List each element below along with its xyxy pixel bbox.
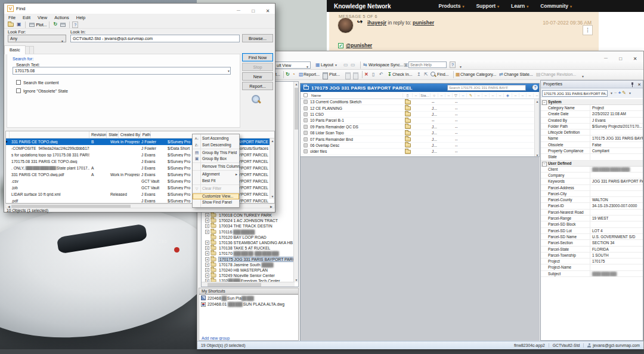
property-row[interactable]: Parcel-SD Name U.S. GOVERNMENT S/D [541,234,643,240]
file-row[interactable]: older files J... -- [301,149,539,155]
undo-icon[interactable]: ↶ [379,71,383,78]
tree-item[interactable]: 170138 TAKE 5 AT RUCKEL [202,245,298,251]
tree-item[interactable]: 170116 ███ ██████ [202,229,298,235]
row-checkbox[interactable] [301,137,310,141]
expand-icon[interactable] [205,246,209,250]
results-column-header[interactable]: Path [141,131,151,138]
property-row[interactable]: Category Name Project [541,105,643,111]
pane-help-icon[interactable]: ? [532,85,538,90]
change-state-button[interactable]: Change State... [504,71,533,78]
context-menu-item[interactable]: Clear Filter [193,186,239,193]
file-row[interactable]: 08 Lidar Scan Topo J... -- [301,130,539,136]
context-menu-item[interactable]: Customize View... [193,193,239,200]
section-user-defined[interactable]: User Defined [541,161,643,167]
column-header[interactable]: – [490,93,497,97]
results-column-header[interactable]: Created By [119,131,141,138]
shortcut-item[interactable]: 220468 ██ Sun Pla██ ███ [199,295,298,301]
property-row[interactable]: State [541,154,643,160]
property-row[interactable]: Project 170175 [541,258,643,264]
context-menu-item[interactable]: Remove This Column [193,164,239,171]
row-checkbox[interactable] [301,118,310,122]
print-icon[interactable] [29,23,35,27]
save-icon[interactable]: ▣ [17,21,21,27]
refresh-icon[interactable]: ↻ [286,71,290,78]
shortcut-item[interactable]: 220468.01 ███ ███ SUN PLAZA ALTA.dwg [199,301,298,308]
property-row[interactable]: Name 170175 JOG 331 PARIS BAYP... [541,136,643,141]
tree-item[interactable]: 170120 BAY LOOP ROAD [202,235,298,240]
message-options-button[interactable]: ⋮ [583,25,593,35]
row-checkbox[interactable] [301,143,310,147]
help-button[interactable]: ? [450,61,456,68]
pin-panel-icon[interactable]: ▥ [404,61,408,69]
clipped-button[interactable]: t... [275,71,280,78]
property-row[interactable]: Keywords JOG 331 PARIS BAYPORT PA... [541,178,643,184]
property-row[interactable]: Project-Name [541,264,643,270]
row-checkbox[interactable] [301,112,310,116]
remove-property-icon[interactable]: − [614,90,617,96]
property-row[interactable]: Parcel-City [541,191,643,197]
column-header[interactable]: – [413,93,420,97]
property-row[interactable]: Parcel-Address [541,185,643,191]
tree-item[interactable]: 170249 Niceville Senior Center [202,273,298,278]
delete-icon[interactable]: ✕ [364,71,369,78]
property-row[interactable]: Parcel-SD Block [541,221,643,227]
nav-item[interactable]: Support [476,3,499,9]
property-row[interactable]: Parcel-ID 34-1S-19-23000-007-0000 [541,203,643,209]
browse-button[interactable]: Browse... [242,34,273,42]
plot-button[interactable]: Plot... [329,71,340,78]
property-row[interactable]: Lifecycle Definition [541,130,643,136]
nav-item[interactable]: Products [439,3,465,9]
column-header[interactable]: ▽ [453,93,460,97]
column-header[interactable]: – [527,93,534,97]
nav-item[interactable]: Learn [511,3,528,9]
close-panel-icon[interactable]: ✕ [637,81,641,88]
workspace-sync-button[interactable]: Workspace Sync...▼ [369,61,407,69]
avatar[interactable] [338,17,354,33]
column-header[interactable]: Name [310,93,403,97]
tree-item[interactable]: 170018 CON TURKEY PARK [202,213,298,218]
check-out-icon[interactable]: ↥ [417,71,421,78]
context-menu-item[interactable]: Group By Box [193,156,239,163]
tree-item[interactable]: 170034 THE TRACK DESTIN [202,223,298,229]
file-list-scrollbar[interactable]: ▲ ▼ [534,99,539,157]
row-checkbox[interactable] [301,131,310,135]
column-header[interactable]: Sta... [420,93,431,97]
property-row[interactable]: Client ███ █████ █████ ████ [541,167,643,173]
pane-search-input[interactable] [447,85,526,91]
nav-item[interactable]: Community [540,3,572,9]
column-header[interactable]: – [460,93,467,97]
tree-item[interactable]: 170136 STEAMBOAT LANDING AKA HB B... [202,240,298,245]
expand-icon[interactable] [205,224,209,228]
property-row[interactable]: Parcel-Range 19 WEST [541,216,643,221]
column-header[interactable]: – [482,93,490,97]
entity-selector-combo[interactable]: 170175 JOG 331 PARIS BAYPORT PA... [542,90,608,97]
results-column-header[interactable]: Revision [89,131,107,138]
property-row[interactable]: Subject ████ ████ ███ [541,271,643,277]
help-search-input[interactable] [408,61,447,68]
property-row[interactable]: Parcel-County WALTON [541,197,643,203]
tree-horizontal-scrollbar[interactable] [202,282,295,287]
search-file-content-checkbox[interactable] [16,80,21,85]
context-menu-item[interactable]: Group By This Field [193,150,239,156]
file-row[interactable]: 12 CE PLANNING J... -- [301,105,539,111]
tree-item[interactable]: 170170 ███ ███ ██ - ███ ████ ███ [202,251,298,256]
column-header[interactable]: – [438,93,445,97]
menu-item[interactable]: Help [76,15,85,20]
property-row[interactable]: Obsolete False [541,142,643,148]
tab[interactable]: Basic [4,45,26,54]
row-checkbox[interactable] [301,106,310,110]
look-for-combo[interactable]: Any▼ [8,35,66,42]
property-row[interactable]: Folder Path $/Survey Projects/2017/170..… [541,124,643,130]
tree-item[interactable]: 170024 1 AC JOHNSON TRACT [202,218,298,223]
expand-icon[interactable] [205,213,209,217]
context-menu-item[interactable]: Sort Ascending [193,136,239,142]
file-row[interactable]: 09 Paris Remainder QC DS J... -- [301,124,539,130]
reply-to-link[interactable]: punisher [413,20,434,26]
property-row[interactable]: Parcel-State FLORIDA [541,247,643,253]
column-header[interactable]: – [475,93,482,97]
expand-icon[interactable] [205,268,209,272]
property-row[interactable]: Create Date 2/25/2022 11:08 AM [541,111,643,117]
column-header[interactable]: ✎ [467,93,475,97]
report-button[interactable]: Report... [242,82,273,90]
expand-icon[interactable] [205,241,209,245]
